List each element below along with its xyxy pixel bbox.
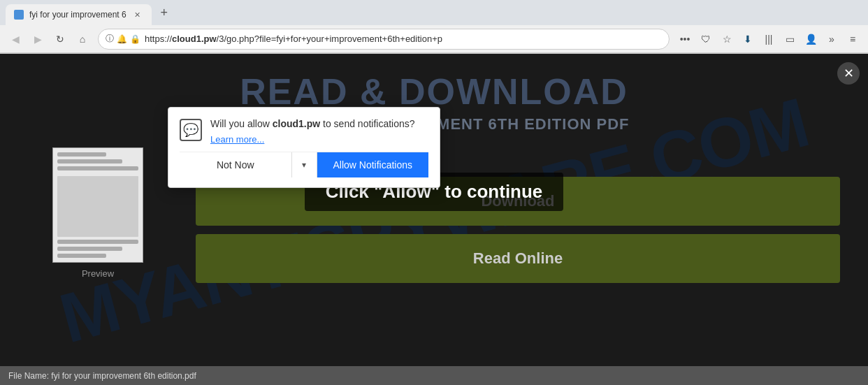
browser-toolbar: ◀ ▶ ↻ ⌂ ⓘ 🔔 🔒 https://cloud1.pw/3/go.php…: [0, 25, 868, 53]
download-icon[interactable]: ⬇: [738, 29, 758, 49]
browser-chrome: fyi for your improvement 6 ✕ + ◀ ▶ ↻ ⌂ ⓘ…: [0, 0, 868, 54]
page-close-button[interactable]: ✕: [837, 62, 860, 85]
home-button[interactable]: ⌂: [73, 29, 92, 49]
notif-text-block: Will you allow cloud1.pw to send notific…: [210, 117, 415, 145]
page-content: MYANTISPYWARE.COM ✕ READ & DOWNLOAD FYI …: [0, 54, 868, 385]
dropdown-chevron-icon: ▾: [302, 160, 306, 170]
not-now-button[interactable]: Not Now: [180, 152, 292, 177]
library-icon[interactable]: |||: [759, 29, 779, 49]
menu-icon[interactable]: ≡: [843, 29, 862, 49]
address-text: https://cloud1.pw/3/go.php?file=fyi+for+…: [145, 34, 662, 44]
new-tab-button[interactable]: +: [154, 3, 174, 22]
account-icon[interactable]: 👤: [801, 29, 820, 49]
preview-block: [57, 176, 138, 237]
not-now-label: Not Now: [217, 159, 254, 170]
bottom-strip-text: File Name: fyi for your improvement 6th …: [8, 371, 196, 381]
tab-bar: fyi for your improvement 6 ✕ +: [0, 0, 868, 25]
shield-icon[interactable]: 🛡: [696, 29, 716, 49]
address-bar[interactable]: ⓘ 🔔 🔒 https://cloud1.pw/3/go.php?file=fy…: [98, 29, 670, 50]
preview-line-1: [57, 152, 106, 157]
notif-learn-more-link[interactable]: Learn more...: [210, 134, 415, 145]
synced-tabs-icon[interactable]: ▭: [780, 29, 800, 49]
refresh-button[interactable]: ↻: [50, 29, 70, 49]
not-now-dropdown-button[interactable]: ▾: [292, 152, 317, 177]
notif-host: cloud1.pw: [273, 118, 320, 129]
info-icon: ⓘ: [106, 33, 114, 45]
notif-header: 💬 Will you allow cloud1.pw to send notif…: [180, 117, 428, 145]
toolbar-right: ••• 🛡 ☆ ⬇ ||| ▭ 👤 » ≡: [675, 29, 862, 49]
page-main-title: READ & DOWNLOAD: [14, 71, 854, 112]
tab-close-button[interactable]: ✕: [132, 9, 143, 20]
more-tools-icon[interactable]: »: [822, 29, 841, 49]
bookmark-icon[interactable]: ☆: [717, 29, 737, 49]
read-online-button[interactable]: Read Online: [196, 234, 840, 283]
tab-title: fyi for your improvement 6: [29, 10, 126, 20]
preview-line-3: [57, 166, 138, 170]
tab-favicon: [14, 10, 24, 20]
preview-line-4: [57, 240, 138, 244]
notif-buttons: Not Now ▾ Allow Notifications: [180, 152, 428, 177]
preview-line-6: [57, 254, 106, 258]
notif-bell-icon: 💬: [180, 119, 202, 141]
active-tab[interactable]: fyi for your improvement 6 ✕: [6, 4, 152, 25]
notification-popup: 💬 Will you allow cloud1.pw to send notif…: [168, 107, 440, 188]
notifications-icon: 🔔: [117, 34, 127, 44]
address-bar-icons: ⓘ 🔔 🔒: [106, 33, 140, 45]
preview-section: Preview: [28, 147, 168, 283]
back-button[interactable]: ◀: [6, 29, 25, 49]
preview-thumbnail: [52, 147, 143, 263]
preview-label: Preview: [82, 268, 114, 279]
address-host: cloud1.pw: [172, 34, 217, 44]
preview-line-5: [57, 247, 122, 251]
lock-icon: 🔒: [130, 34, 140, 44]
allow-notifications-button[interactable]: Allow Notifications: [317, 152, 429, 177]
notif-message: Will you allow cloud1.pw to send notific…: [210, 117, 415, 131]
bottom-strip: File Name: fyi for your improvement 6th …: [0, 366, 868, 385]
more-button[interactable]: •••: [675, 29, 695, 49]
preview-line-2: [57, 159, 122, 164]
forward-button[interactable]: ▶: [28, 29, 48, 49]
